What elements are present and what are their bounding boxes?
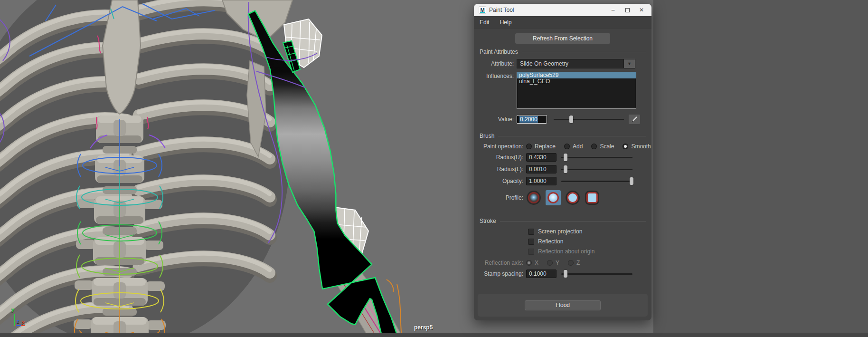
- axis-z-label: z: [17, 318, 19, 324]
- viewport-bottom-edge: [0, 333, 868, 337]
- radio-replace-label[interactable]: Replace: [535, 143, 556, 150]
- radius-l-field[interactable]: 0.0010: [526, 165, 557, 173]
- brush-profiles: [526, 190, 600, 205]
- close-button[interactable]: ✕: [634, 5, 649, 15]
- radius-u-slider-handle[interactable]: [564, 154, 567, 161]
- solid-brush-icon[interactable]: [565, 190, 580, 205]
- radio-axis-y: [547, 260, 553, 266]
- radius-l-label: Radius(L):: [479, 166, 526, 173]
- radio-axis-x: [526, 260, 532, 266]
- maximize-button[interactable]: [620, 5, 634, 15]
- opacity-label: Opacity:: [479, 178, 526, 184]
- attribute-label: Attribute:: [479, 60, 517, 67]
- reflection-checkbox[interactable]: [528, 239, 534, 245]
- flood-button[interactable]: Flood: [525, 300, 601, 310]
- stamp-spacing-field[interactable]: 0.1000: [526, 270, 557, 278]
- reflection-axis-label: Reflection axis:: [479, 260, 526, 266]
- profile-label: Profile:: [479, 194, 526, 201]
- stamp-spacing-slider-handle[interactable]: [564, 270, 567, 278]
- radio-smooth-label[interactable]: Smooth: [631, 143, 651, 150]
- value-slider[interactable]: [554, 116, 624, 123]
- radius-l-slider[interactable]: [561, 165, 632, 173]
- menu-edit[interactable]: Edit: [480, 19, 490, 26]
- radius-u-field[interactable]: 0.4330: [526, 153, 557, 162]
- screen-projection-checkbox[interactable]: [528, 229, 534, 235]
- axis-x-label: x: [22, 319, 25, 325]
- attribute-dropdown-value[interactable]: Slide On Geometry: [517, 59, 624, 68]
- list-item[interactable]: ulna_l_GEO: [517, 78, 636, 85]
- stroke-section-header: Stroke: [480, 218, 646, 224]
- axis-z-line: [16, 325, 21, 326]
- radio-smooth[interactable]: [623, 144, 628, 149]
- reflection-about-origin-label: Reflection about origin: [538, 248, 594, 255]
- soft-brush-icon[interactable]: [546, 190, 561, 205]
- chevron-down-icon[interactable]: ▼: [624, 59, 635, 68]
- titlebar[interactable]: M Paint Tool – ✕: [474, 4, 651, 16]
- maximize-icon: [625, 8, 630, 12]
- pencil-button[interactable]: [629, 115, 640, 124]
- radio-axis-y-label: Y: [556, 260, 559, 266]
- application-background: [653, 0, 868, 333]
- section-title: Stroke: [480, 218, 496, 224]
- stamp-spacing-slider[interactable]: [561, 270, 632, 278]
- maya-app-icon: M: [479, 6, 486, 14]
- minimize-button[interactable]: –: [606, 5, 620, 15]
- value-field[interactable]: 0.2000: [517, 115, 547, 124]
- square-brush-icon[interactable]: [585, 190, 600, 205]
- axis-y-line: [14, 314, 15, 326]
- radius-u-label: Radius(U):: [479, 154, 526, 161]
- attribute-dropdown[interactable]: Slide On Geometry ▼: [517, 59, 635, 68]
- dialog-body: Refresh From Selection Paint Attributes …: [474, 29, 651, 320]
- paint-attributes-section-header: Paint Attributes: [480, 48, 646, 55]
- influences-list[interactable]: polySurface529 ulna_l_GEO: [517, 72, 636, 109]
- value-slider-handle[interactable]: [569, 116, 573, 123]
- radio-axis-z-label: Z: [576, 260, 580, 266]
- influences-label: Influences:: [479, 72, 517, 79]
- radio-scale[interactable]: [591, 144, 597, 149]
- window-title: Paint Tool: [489, 7, 606, 13]
- value-text: 0.2000: [519, 116, 538, 123]
- paint-operation-label: Paint operation:: [479, 143, 526, 150]
- camera-name-label: persp5: [414, 324, 433, 331]
- reflection-label[interactable]: Reflection: [538, 238, 563, 245]
- radius-u-slider[interactable]: [561, 154, 632, 161]
- menubar: Edit Help: [474, 16, 651, 29]
- menu-help[interactable]: Help: [500, 19, 512, 26]
- opacity-slider-handle[interactable]: [630, 177, 633, 185]
- reflection-about-origin-checkbox: [528, 249, 534, 255]
- pencil-icon: [631, 116, 638, 123]
- screen-projection-label[interactable]: Screen projection: [538, 228, 582, 235]
- radius-l-slider-handle[interactable]: [564, 165, 567, 173]
- value-label: Value:: [479, 116, 517, 123]
- section-title: Brush: [480, 133, 494, 139]
- radio-add[interactable]: [564, 144, 570, 149]
- radio-axis-z: [568, 260, 574, 266]
- opacity-slider[interactable]: [561, 177, 632, 185]
- refresh-from-selection-button[interactable]: Refresh From Selection: [515, 33, 610, 44]
- brush-section-header: Brush: [480, 133, 646, 139]
- gaussian-soft-brush-icon[interactable]: [526, 190, 541, 205]
- radio-axis-x-label: X: [535, 260, 538, 266]
- radio-replace[interactable]: [526, 144, 532, 149]
- maya-workspace: persp5 y z x M Paint Tool – ✕ Edit Help …: [0, 0, 868, 337]
- stamp-spacing-label: Stamp spacing:: [479, 270, 526, 277]
- axis-y-label: y: [11, 307, 14, 312]
- opacity-field[interactable]: 1.0000: [526, 177, 557, 185]
- radio-scale-label[interactable]: Scale: [600, 143, 614, 150]
- flood-panel: Flood: [478, 294, 648, 317]
- section-title: Paint Attributes: [480, 48, 518, 55]
- radio-add-label[interactable]: Add: [573, 143, 583, 150]
- paint-tool-window: M Paint Tool – ✕ Edit Help Refresh From …: [474, 4, 651, 320]
